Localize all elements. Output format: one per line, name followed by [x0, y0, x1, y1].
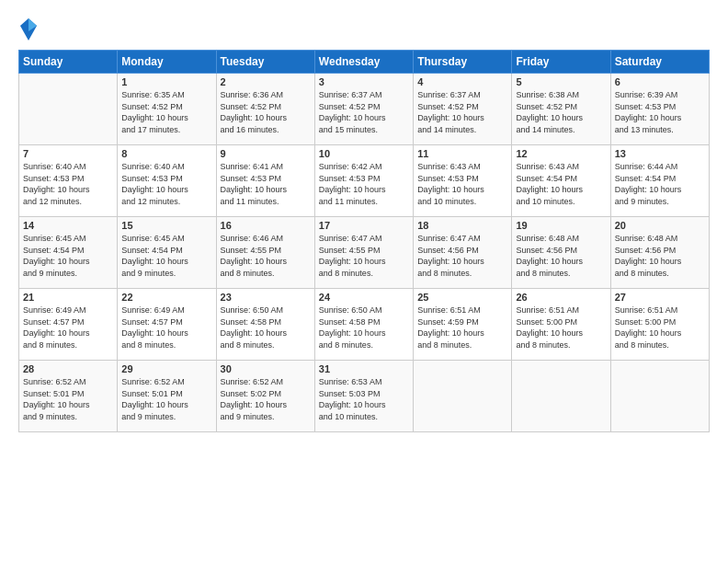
day-number: 19: [516, 220, 606, 231]
day-info: Sunrise: 6:50 AM Sunset: 4:58 PM Dayligh…: [319, 304, 409, 350]
day-number: 21: [23, 292, 113, 303]
day-cell: 15Sunrise: 6:45 AM Sunset: 4:54 PM Dayli…: [118, 217, 216, 289]
day-number: 4: [417, 76, 507, 87]
day-info: Sunrise: 6:47 AM Sunset: 4:56 PM Dayligh…: [417, 233, 507, 279]
day-cell: 5Sunrise: 6:38 AM Sunset: 4:52 PM Daylig…: [512, 74, 610, 145]
day-number: 15: [121, 220, 211, 231]
day-cell: 18Sunrise: 6:47 AM Sunset: 4:56 PM Dayli…: [414, 217, 512, 289]
day-cell: 11Sunrise: 6:43 AM Sunset: 4:53 PM Dayli…: [414, 145, 512, 217]
calendar-table: SundayMondayTuesdayWednesdayThursdayFrid…: [18, 50, 710, 432]
day-number: 26: [516, 292, 606, 303]
logo: [18, 17, 42, 42]
day-cell: 25Sunrise: 6:51 AM Sunset: 4:59 PM Dayli…: [414, 289, 512, 361]
day-number: 30: [221, 363, 311, 374]
day-cell: [414, 361, 512, 432]
day-number: 12: [516, 148, 606, 159]
day-cell: 2Sunrise: 6:36 AM Sunset: 4:52 PM Daylig…: [216, 74, 314, 145]
day-info: Sunrise: 6:42 AM Sunset: 4:53 PM Dayligh…: [319, 161, 409, 207]
day-cell: 23Sunrise: 6:50 AM Sunset: 4:58 PM Dayli…: [216, 289, 314, 361]
day-info: Sunrise: 6:49 AM Sunset: 4:57 PM Dayligh…: [23, 304, 113, 350]
day-info: Sunrise: 6:52 AM Sunset: 5:02 PM Dayligh…: [221, 376, 311, 422]
day-info: Sunrise: 6:37 AM Sunset: 4:52 PM Dayligh…: [417, 89, 507, 135]
day-info: Sunrise: 6:40 AM Sunset: 4:53 PM Dayligh…: [23, 161, 113, 207]
day-info: Sunrise: 6:52 AM Sunset: 5:01 PM Dayligh…: [23, 376, 113, 422]
day-info: Sunrise: 6:38 AM Sunset: 4:52 PM Dayligh…: [516, 89, 606, 135]
day-info: Sunrise: 6:47 AM Sunset: 4:55 PM Dayligh…: [319, 233, 409, 279]
day-cell: 26Sunrise: 6:51 AM Sunset: 5:00 PM Dayli…: [512, 289, 610, 361]
day-cell: 9Sunrise: 6:41 AM Sunset: 4:53 PM Daylig…: [216, 145, 314, 217]
day-number: 1: [121, 76, 211, 87]
day-number: 29: [121, 363, 211, 374]
day-number: 13: [615, 148, 705, 159]
day-info: Sunrise: 6:40 AM Sunset: 4:53 PM Dayligh…: [121, 161, 211, 207]
day-info: Sunrise: 6:43 AM Sunset: 4:54 PM Dayligh…: [516, 161, 606, 207]
header-wednesday: Wednesday: [314, 51, 413, 74]
week-row-1: 1Sunrise: 6:35 AM Sunset: 4:52 PM Daylig…: [19, 74, 710, 145]
day-number: 28: [23, 363, 113, 374]
week-row-3: 14Sunrise: 6:45 AM Sunset: 4:54 PM Dayli…: [19, 217, 710, 289]
day-number: 3: [319, 76, 409, 87]
header-friday: Friday: [512, 51, 610, 74]
day-number: 27: [615, 292, 705, 303]
day-cell: 6Sunrise: 6:39 AM Sunset: 4:53 PM Daylig…: [610, 74, 709, 145]
day-info: Sunrise: 6:48 AM Sunset: 4:56 PM Dayligh…: [615, 233, 705, 279]
day-info: Sunrise: 6:49 AM Sunset: 4:57 PM Dayligh…: [121, 304, 211, 350]
header-thursday: Thursday: [414, 51, 512, 74]
day-cell: 17Sunrise: 6:47 AM Sunset: 4:55 PM Dayli…: [314, 217, 413, 289]
day-cell: 31Sunrise: 6:53 AM Sunset: 5:03 PM Dayli…: [314, 361, 413, 432]
day-info: Sunrise: 6:35 AM Sunset: 4:52 PM Dayligh…: [121, 89, 211, 135]
day-number: 20: [615, 220, 705, 231]
day-number: 16: [221, 220, 311, 231]
header-monday: Monday: [118, 51, 216, 74]
day-number: 9: [221, 148, 311, 159]
day-number: 6: [615, 76, 705, 87]
day-number: 18: [417, 220, 507, 231]
day-info: Sunrise: 6:45 AM Sunset: 4:54 PM Dayligh…: [23, 233, 113, 279]
day-cell: 27Sunrise: 6:51 AM Sunset: 5:00 PM Dayli…: [610, 289, 709, 361]
day-number: 23: [221, 292, 311, 303]
day-cell: 30Sunrise: 6:52 AM Sunset: 5:02 PM Dayli…: [216, 361, 314, 432]
day-cell: 14Sunrise: 6:45 AM Sunset: 4:54 PM Dayli…: [19, 217, 118, 289]
day-cell: [512, 361, 610, 432]
day-cell: 8Sunrise: 6:40 AM Sunset: 4:53 PM Daylig…: [118, 145, 216, 217]
day-cell: 1Sunrise: 6:35 AM Sunset: 4:52 PM Daylig…: [118, 74, 216, 145]
day-number: 7: [23, 148, 113, 159]
day-cell: 19Sunrise: 6:48 AM Sunset: 4:56 PM Dayli…: [512, 217, 610, 289]
header: [18, 17, 710, 42]
week-row-5: 28Sunrise: 6:52 AM Sunset: 5:01 PM Dayli…: [19, 361, 710, 432]
day-info: Sunrise: 6:37 AM Sunset: 4:52 PM Dayligh…: [319, 89, 409, 135]
day-info: Sunrise: 6:52 AM Sunset: 5:01 PM Dayligh…: [121, 376, 211, 422]
day-number: 10: [319, 148, 409, 159]
day-cell: 28Sunrise: 6:52 AM Sunset: 5:01 PM Dayli…: [19, 361, 118, 432]
day-cell: 22Sunrise: 6:49 AM Sunset: 4:57 PM Dayli…: [118, 289, 216, 361]
day-number: 5: [516, 76, 606, 87]
day-info: Sunrise: 6:36 AM Sunset: 4:52 PM Dayligh…: [221, 89, 311, 135]
day-cell: 29Sunrise: 6:52 AM Sunset: 5:01 PM Dayli…: [118, 361, 216, 432]
day-info: Sunrise: 6:45 AM Sunset: 4:54 PM Dayligh…: [121, 233, 211, 279]
day-cell: [19, 74, 118, 145]
day-number: 17: [319, 220, 409, 231]
week-row-4: 21Sunrise: 6:49 AM Sunset: 4:57 PM Dayli…: [19, 289, 710, 361]
week-row-2: 7Sunrise: 6:40 AM Sunset: 4:53 PM Daylig…: [19, 145, 710, 217]
day-number: 14: [23, 220, 113, 231]
day-number: 24: [319, 292, 409, 303]
day-cell: 13Sunrise: 6:44 AM Sunset: 4:54 PM Dayli…: [610, 145, 709, 217]
header-tuesday: Tuesday: [216, 51, 314, 74]
header-saturday: Saturday: [610, 51, 709, 74]
day-cell: [610, 361, 709, 432]
day-info: Sunrise: 6:51 AM Sunset: 5:00 PM Dayligh…: [615, 304, 705, 350]
day-cell: 21Sunrise: 6:49 AM Sunset: 4:57 PM Dayli…: [19, 289, 118, 361]
day-number: 11: [417, 148, 507, 159]
day-info: Sunrise: 6:51 AM Sunset: 5:00 PM Dayligh…: [516, 304, 606, 350]
day-cell: 7Sunrise: 6:40 AM Sunset: 4:53 PM Daylig…: [19, 145, 118, 217]
day-number: 22: [121, 292, 211, 303]
day-cell: 24Sunrise: 6:50 AM Sunset: 4:58 PM Dayli…: [314, 289, 413, 361]
day-info: Sunrise: 6:53 AM Sunset: 5:03 PM Dayligh…: [319, 376, 409, 422]
day-number: 25: [417, 292, 507, 303]
day-number: 31: [319, 363, 409, 374]
header-row: SundayMondayTuesdayWednesdayThursdayFrid…: [19, 51, 710, 74]
day-cell: 4Sunrise: 6:37 AM Sunset: 4:52 PM Daylig…: [414, 74, 512, 145]
day-info: Sunrise: 6:43 AM Sunset: 4:53 PM Dayligh…: [417, 161, 507, 207]
calendar-page: SundayMondayTuesdayWednesdayThursdayFrid…: [0, 0, 728, 563]
logo-icon: [18, 17, 39, 42]
